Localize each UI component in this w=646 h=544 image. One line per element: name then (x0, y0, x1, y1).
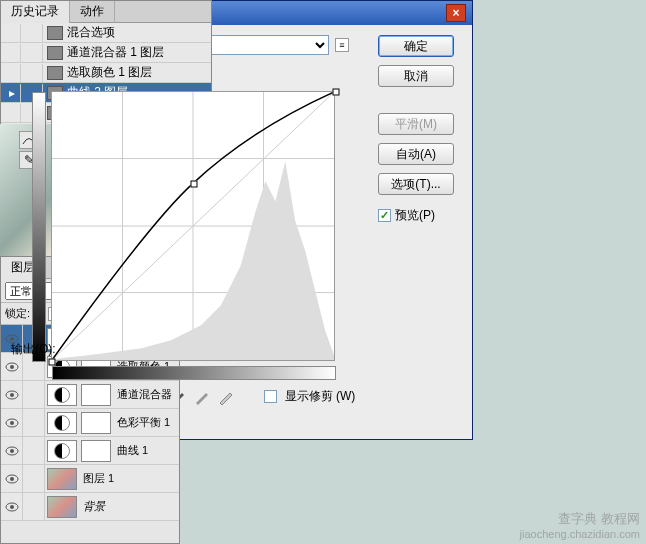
svg-point-9 (10, 449, 14, 453)
layer-row[interactable]: 曲线 1 (1, 437, 179, 465)
layer-row[interactable]: 图层 1 (1, 465, 179, 493)
curve-point-highlight[interactable] (333, 89, 340, 96)
visibility-eye-icon[interactable] (1, 409, 23, 437)
dialog-left: 预设(R): 自定 ≡ 通道(C): RGB ✎ (11, 35, 370, 432)
curve-line (52, 92, 334, 360)
show-clipping-label: 显示修剪 (W) (285, 388, 356, 405)
image-thumb (47, 496, 77, 518)
svg-point-11 (10, 477, 14, 481)
dialog-buttons: 确定 取消 平滑(M) 自动(A) 选项(T)... 预览(P) (378, 35, 462, 432)
layer-row[interactable]: 背景 (1, 493, 179, 521)
tab-history[interactable]: 历史记录 (1, 1, 70, 23)
svg-point-3 (10, 365, 14, 369)
gray-eyedropper-icon[interactable] (194, 387, 212, 405)
curve-graph[interactable] (51, 91, 335, 361)
preset-menu-icon[interactable]: ≡ (335, 38, 349, 52)
layer-name: 色彩平衡 1 (113, 415, 179, 430)
options-button[interactable]: 选项(T)... (378, 173, 454, 195)
history-item[interactable]: 选取颜色 1 图层 (1, 63, 211, 83)
cancel-button[interactable]: 取消 (378, 65, 454, 87)
svg-point-7 (10, 421, 14, 425)
mask-thumb (81, 384, 111, 406)
output-label: 输出(O): (11, 341, 56, 358)
adjustment-thumb (47, 440, 77, 462)
mask-thumb (81, 412, 111, 434)
output-gradient (32, 92, 46, 362)
visibility-eye-icon[interactable] (1, 437, 23, 465)
layer-row[interactable]: 色彩平衡 1 (1, 409, 179, 437)
adjustment-thumb (47, 384, 77, 406)
curve-point-shadow[interactable] (49, 359, 56, 366)
layer-row[interactable]: 通道混合器 (1, 381, 179, 409)
mask-thumb (81, 440, 111, 462)
auto-button[interactable]: 自动(A) (378, 143, 454, 165)
layer-name: 背景 (79, 499, 179, 514)
visibility-eye-icon[interactable] (1, 493, 23, 521)
layer-name: 通道混合器 (113, 387, 179, 402)
layer-name: 曲线 1 (113, 443, 179, 458)
ok-button[interactable]: 确定 (378, 35, 454, 57)
svg-point-13 (10, 505, 14, 509)
svg-point-5 (10, 393, 14, 397)
history-tabs: 历史记录 动作 (1, 1, 211, 23)
input-gradient (52, 366, 336, 380)
layer-name: 图层 1 (79, 471, 179, 486)
watermark: 查字典 教程网 jiaocheng.chazidian.com (520, 510, 640, 540)
history-item[interactable]: 通道混合器 1 图层 (1, 43, 211, 63)
preview-label: 预览(P) (395, 207, 435, 224)
curve-point-mid[interactable] (191, 181, 198, 188)
smooth-button[interactable]: 平滑(M) (378, 113, 454, 135)
visibility-eye-icon[interactable] (1, 381, 23, 409)
preview-checkbox[interactable] (378, 209, 391, 222)
tab-actions[interactable]: 动作 (70, 1, 115, 23)
white-eyedropper-icon[interactable] (218, 387, 236, 405)
close-icon[interactable]: × (446, 4, 466, 22)
image-thumb (47, 468, 77, 490)
visibility-eye-icon[interactable] (1, 465, 23, 493)
adjustment-thumb (47, 412, 77, 434)
show-clipping-checkbox[interactable] (264, 390, 277, 403)
history-item[interactable]: 混合选项 (1, 23, 211, 43)
